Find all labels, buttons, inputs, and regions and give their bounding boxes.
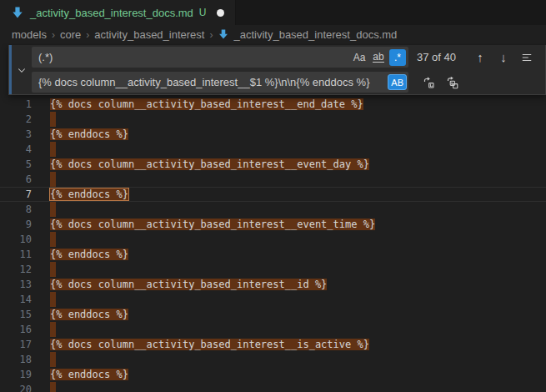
- modified-indicator-dot[interactable]: [217, 9, 224, 17]
- line-content[interactable]: {% docs column__activity_based_interest_…: [50, 277, 327, 292]
- line-number[interactable]: 7: [0, 187, 32, 202]
- regex-toggle[interactable]: .*: [389, 49, 406, 66]
- find-in-selection-button[interactable]: [518, 49, 535, 66]
- line-number[interactable]: 1: [0, 97, 32, 112]
- editor[interactable]: 1{% docs column__activity_based_interest…: [0, 43, 546, 392]
- code-line: 15{% enddocs %}: [0, 307, 546, 322]
- line-number[interactable]: 10: [0, 232, 32, 247]
- line-content[interactable]: {% docs column__activity_based_interest_…: [50, 157, 369, 172]
- find-match: {% enddocs %}: [50, 249, 128, 260]
- breadcrumb-folders: models›core›activity_based_interest›: [12, 28, 218, 41]
- line-content[interactable]: [50, 172, 56, 187]
- find-input-value: (.*): [38, 51, 351, 63]
- line-content[interactable]: {% enddocs %}: [50, 247, 128, 262]
- line-content[interactable]: {% enddocs %}: [50, 127, 128, 142]
- line-content[interactable]: [50, 382, 56, 392]
- line-number[interactable]: 17: [0, 337, 32, 352]
- line-number[interactable]: 2: [0, 112, 32, 127]
- line-number[interactable]: 16: [0, 322, 32, 337]
- line-content[interactable]: [50, 262, 56, 277]
- replace-all-button[interactable]: [444, 74, 461, 91]
- line-number[interactable]: 8: [0, 202, 32, 217]
- line-number[interactable]: 12: [0, 262, 32, 277]
- empty-match-highlight: [50, 232, 56, 247]
- line-number[interactable]: 3: [0, 127, 32, 142]
- replace-icon: [422, 76, 435, 89]
- toggle-replace-button[interactable]: [12, 45, 32, 94]
- close-find-widget-button[interactable]: ×: [542, 49, 546, 66]
- next-match-button[interactable]: ↓: [495, 49, 512, 66]
- line-number[interactable]: 13: [0, 277, 32, 292]
- replace-all-icon: [446, 76, 459, 89]
- find-replace-widget: (.*) Aa ab .* 37 of 40 ↑ ↓ ×: [8, 45, 546, 95]
- find-match: {% docs column__activity_based_interest_…: [50, 98, 363, 110]
- arrow-up-icon: ↑: [477, 50, 483, 64]
- breadcrumb-item[interactable]: models: [12, 28, 47, 41]
- code-line: 9{% docs column__activity_based_interest…: [0, 217, 546, 232]
- line-content[interactable]: {% enddocs %}: [50, 367, 128, 382]
- markdown-file-icon: [11, 6, 24, 19]
- empty-match-highlight: [50, 382, 56, 392]
- line-content[interactable]: {% docs column__activity_based_interest_…: [50, 337, 369, 352]
- find-input[interactable]: (.*) Aa ab .*: [32, 47, 408, 68]
- line-content[interactable]: {% enddocs %}: [50, 307, 128, 322]
- find-match: {% docs column__activity_based_interest_…: [50, 279, 327, 290]
- chevron-down-icon: [17, 65, 27, 75]
- breadcrumb-item[interactable]: activity_based_interest: [94, 28, 204, 41]
- breadcrumb-item[interactable]: core: [60, 28, 81, 41]
- line-content[interactable]: {% docs column__activity_based_interest_…: [50, 217, 375, 232]
- line-content[interactable]: [50, 202, 56, 217]
- code-line: 2: [0, 112, 546, 127]
- code-line: 6: [0, 172, 546, 187]
- line-number[interactable]: 9: [0, 217, 32, 232]
- breadcrumb-file-name: _activity_based_interest_docs.md: [233, 28, 397, 41]
- code-line: 14: [0, 292, 546, 307]
- code-line: 10: [0, 232, 546, 247]
- line-number[interactable]: 20: [0, 382, 32, 392]
- find-match: {% enddocs %}: [50, 369, 128, 380]
- line-content[interactable]: [50, 352, 56, 367]
- line-content[interactable]: [50, 112, 56, 127]
- preserve-case-toggle[interactable]: AB: [388, 74, 407, 90]
- line-content[interactable]: [50, 292, 56, 307]
- line-number[interactable]: 4: [0, 142, 32, 157]
- find-match: {% docs column__activity_based_interest_…: [50, 339, 369, 350]
- breadcrumb-separator-icon: ›: [86, 29, 89, 41]
- line-content[interactable]: {% docs column__activity_based_interest_…: [50, 97, 363, 112]
- line-content[interactable]: [50, 142, 56, 157]
- replace-input[interactable]: {% docs column__activity_based_interest_…: [32, 72, 408, 93]
- code-line: 7{% enddocs %}: [0, 187, 546, 202]
- line-number[interactable]: 18: [0, 352, 32, 367]
- find-match: {% docs column__activity_based_interest_…: [50, 158, 369, 170]
- tab-active-file[interactable]: _activity_based_interest_docs.md U: [0, 0, 236, 25]
- line-number[interactable]: 11: [0, 247, 32, 262]
- previous-match-button[interactable]: ↑: [472, 49, 488, 66]
- line-number[interactable]: 19: [0, 367, 32, 382]
- line-number[interactable]: 5: [0, 157, 32, 172]
- code-line: 8: [0, 202, 546, 217]
- replace-row: {% docs column__activity_based_interest_…: [32, 72, 546, 93]
- match-case-toggle[interactable]: Aa: [351, 49, 368, 66]
- tab-title: _activity_based_interest_docs.md: [30, 7, 193, 19]
- replace-button[interactable]: [420, 74, 437, 91]
- code-line: 5{% docs column__activity_based_interest…: [0, 157, 546, 172]
- code-line: 13{% docs column__activity_based_interes…: [0, 277, 546, 292]
- whole-word-toggle[interactable]: ab: [370, 49, 387, 66]
- current-find-match: {% enddocs %}: [50, 188, 128, 200]
- code-line: 16: [0, 322, 546, 337]
- line-number[interactable]: 6: [0, 172, 32, 187]
- line-content[interactable]: [50, 322, 56, 337]
- code-line: 4: [0, 142, 546, 157]
- line-number[interactable]: 14: [0, 292, 32, 307]
- arrow-down-icon: ↓: [500, 50, 507, 64]
- line-content[interactable]: [50, 232, 56, 247]
- breadcrumb-file[interactable]: _activity_based_interest_docs.md: [218, 28, 397, 41]
- line-content[interactable]: {% enddocs %}: [50, 187, 128, 202]
- code-area[interactable]: 1{% docs column__activity_based_interest…: [0, 43, 546, 392]
- selection-lines-icon: [521, 52, 533, 63]
- code-line: 20: [0, 382, 546, 392]
- code-line: 19{% enddocs %}: [0, 367, 546, 382]
- markdown-file-icon: [218, 28, 229, 40]
- code-line: 1{% docs column__activity_based_interest…: [0, 97, 546, 112]
- line-number[interactable]: 15: [0, 307, 32, 322]
